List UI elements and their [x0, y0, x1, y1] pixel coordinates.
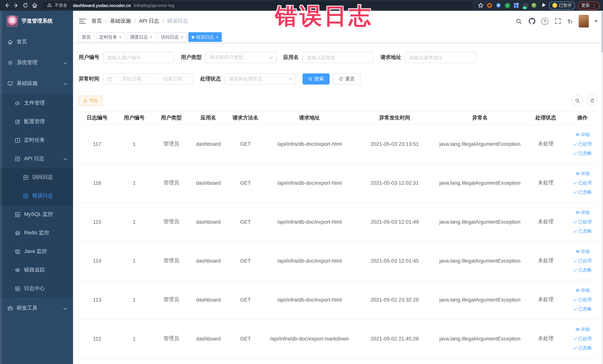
refresh-button[interactable]: [587, 95, 598, 106]
sidebar-item-api-log[interactable]: API 日志: [0, 150, 73, 168]
extension-icon[interactable]: ✓: [504, 2, 510, 8]
column-header: 用户编号: [116, 115, 153, 121]
scrollbar-thumb[interactable]: [601, 12, 603, 52]
mark-processed-link[interactable]: 已处理: [573, 180, 592, 186]
detail-link[interactable]: 详细: [575, 287, 590, 294]
url-path[interactable]: /infra/log/api-error-log: [133, 3, 174, 8]
browser-menu-icon[interactable]: ⋮: [592, 3, 596, 8]
url-domain[interactable]: dashboard.yudao.iocoder.cn: [73, 3, 131, 8]
sidebar-item-config-management[interactable]: 配置管理: [0, 112, 73, 131]
export-button[interactable]: 导出: [79, 95, 103, 106]
user-type-select[interactable]: 请选择用户类型: [205, 52, 277, 63]
sidebar-item-trace[interactable]: 链路追踪: [0, 261, 73, 279]
browser-forward-icon[interactable]: [13, 2, 19, 9]
browser-back-icon[interactable]: [4, 2, 10, 9]
sidebar-item-mysql-monitor[interactable]: MySQL 监控: [0, 205, 73, 224]
request-url-input[interactable]: [405, 52, 476, 63]
tab-error-log[interactable]: 错误日志×: [188, 32, 222, 42]
search-icon[interactable]: [515, 18, 522, 25]
browser-home-icon[interactable]: [32, 2, 38, 9]
user-menu-caret-icon[interactable]: [595, 20, 598, 22]
mark-ignored-link[interactable]: 已忽略: [573, 189, 592, 195]
tab-home[interactable]: 首页: [79, 32, 94, 42]
help-icon[interactable]: ?: [542, 18, 548, 25]
sidebar-item-scheduled-tasks[interactable]: 定时任务: [0, 131, 73, 150]
cell-exception-time: 2021-05-02 21:45:28: [355, 336, 434, 341]
sidebar-item-redis-monitor[interactable]: Redis 监控: [0, 224, 73, 242]
mark-ignored-link[interactable]: 已忽略: [573, 150, 592, 156]
github-icon[interactable]: [529, 18, 535, 25]
mark-processed-link[interactable]: 已处理: [573, 141, 592, 147]
not-secure-warning-icon[interactable]: [47, 2, 52, 9]
table-row: 112 1 管理员 dashboard GET /api/infra/db-do…: [79, 319, 598, 358]
extension-icon[interactable]: [513, 2, 519, 8]
extension-icon[interactable]: [496, 2, 501, 8]
mark-ignored-link[interactable]: 已忽略: [573, 345, 592, 351]
sidebar-logo-row[interactable]: 芋道管理系统: [0, 11, 73, 32]
cell-request-url: /api/infra/db-doc/export-html: [264, 258, 355, 264]
browser-reload-icon[interactable]: [22, 2, 29, 9]
cell-status: 未处理: [525, 257, 566, 264]
fullscreen-icon[interactable]: [555, 18, 561, 25]
close-icon[interactable]: ×: [150, 35, 152, 39]
mark-ignored-link[interactable]: 已忽略: [573, 306, 592, 312]
toggle-search-button[interactable]: [572, 95, 583, 106]
detail-link[interactable]: 详细: [575, 326, 590, 332]
cell-method: GET: [227, 219, 264, 225]
user-id-input[interactable]: [103, 52, 174, 63]
close-icon[interactable]: ×: [181, 35, 183, 39]
user-avatar[interactable]: [579, 15, 589, 27]
browser-update-chip[interactable]: 更新 ⋮: [578, 1, 600, 10]
sidebar-item-error-log[interactable]: 错误日志: [0, 187, 73, 205]
extension-icon[interactable]: [531, 2, 537, 8]
page-scrollbar[interactable]: [601, 11, 603, 364]
address-bar[interactable]: 不安全 dashboard.yudao.iocoder.cn/infra/log…: [43, 1, 472, 9]
not-secure-label[interactable]: 不安全: [55, 3, 67, 8]
detail-link[interactable]: 详细: [575, 248, 590, 255]
breadcrumb-item[interactable]: API 日志: [139, 18, 159, 24]
sidebar-item-infrastructure[interactable]: 基础设施: [0, 73, 73, 94]
column-header: 请求方法名: [227, 115, 264, 121]
extensions-pin-icon[interactable]: [540, 2, 546, 8]
tags-view-bar: 首页 定时任务× 调度日志× 访问日志× 错误日志×: [73, 32, 603, 43]
cell-method: GET: [227, 336, 264, 341]
bookmark-star-icon[interactable]: [477, 2, 484, 9]
detail-link[interactable]: 详细: [575, 131, 590, 138]
sidebar-item-access-log[interactable]: 访问日志: [0, 168, 73, 187]
close-icon[interactable]: ×: [119, 35, 122, 39]
app-name-input[interactable]: [302, 52, 374, 63]
detail-link[interactable]: 详细: [575, 209, 590, 216]
mark-ignored-link[interactable]: 已忽略: [573, 228, 592, 234]
breadcrumb-item[interactable]: 基础设施: [110, 18, 131, 24]
mark-ignored-link[interactable]: 已忽略: [573, 267, 592, 273]
breadcrumb-item[interactable]: 首页: [92, 18, 102, 24]
mark-processed-link[interactable]: 已处理: [573, 219, 592, 225]
date-range-picker[interactable]: 开始日期 - 结束日期: [103, 73, 194, 84]
tab-access-log[interactable]: 访问日志×: [158, 32, 186, 42]
table-row: 114 1 管理员 dashboard GET /api/infra/db-do…: [79, 241, 598, 280]
tab-schedule-log[interactable]: 调度日志×: [127, 32, 156, 42]
sidebar-item-dev-tools[interactable]: 研发工具: [0, 298, 73, 318]
sidebar-item-file-management[interactable]: 文件管理: [0, 94, 73, 112]
search-button[interactable]: 搜索: [302, 73, 330, 84]
sidebar-item-log-center[interactable]: 日志中心: [0, 279, 73, 298]
sidebar-item-label: 首页: [17, 39, 27, 45]
extension-icon[interactable]: [487, 2, 493, 8]
status-select[interactable]: 请选择处理状态: [225, 73, 296, 84]
tab-scheduled-tasks[interactable]: 定时任务×: [96, 32, 125, 42]
font-size-icon[interactable]: TT: [568, 18, 573, 24]
date-end-placeholder: 结束日期: [156, 76, 189, 82]
sidebar-item-system-management[interactable]: 系统管理: [0, 52, 73, 73]
sidebar-item-java-monitor[interactable]: Java 监控: [0, 242, 73, 261]
mark-processed-link[interactable]: 已处理: [573, 296, 592, 303]
profile-paused-chip[interactable]: 已暂停: [549, 1, 575, 10]
mark-processed-link[interactable]: 已处理: [573, 335, 592, 342]
cloud-upload-icon: [15, 100, 20, 106]
reset-button[interactable]: 重置: [333, 73, 360, 84]
mark-processed-link[interactable]: 已处理: [573, 258, 592, 264]
sidebar-toggle-icon[interactable]: [79, 17, 86, 25]
sidebar-item-home[interactable]: 首页: [0, 32, 73, 52]
detail-link[interactable]: 详细: [575, 170, 590, 177]
close-icon[interactable]: ×: [216, 35, 218, 39]
extension-icon[interactable]: on: [522, 2, 528, 8]
